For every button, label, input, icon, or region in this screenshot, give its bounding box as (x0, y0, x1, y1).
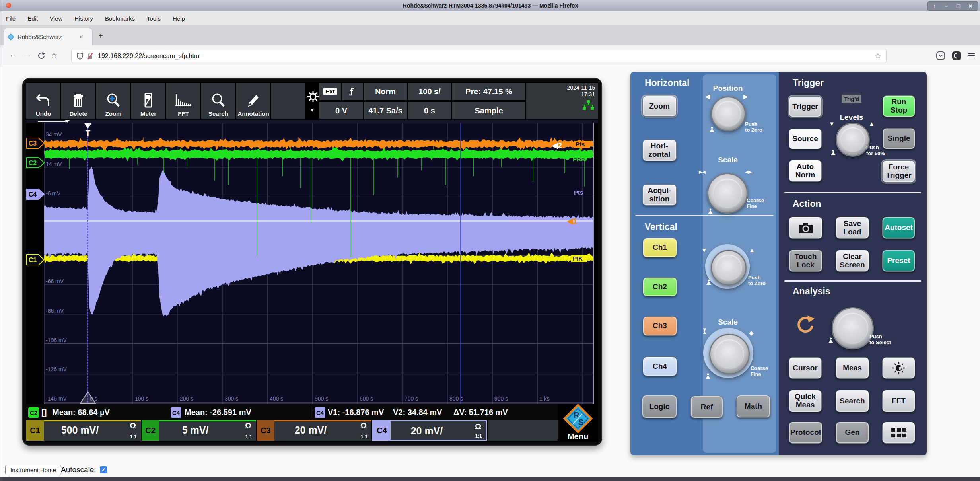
push-select-label: Push to Select (869, 334, 891, 346)
account-container-icon[interactable] (952, 51, 961, 60)
gear-icon[interactable] (307, 91, 319, 103)
measurement-divider (309, 405, 309, 419)
forward-icon[interactable]: → (23, 50, 31, 59)
datetime-cell: 2024-11-15 17:31 (526, 83, 598, 119)
channel-marker-c3[interactable]: C3 (26, 138, 45, 149)
acquisition-mode-cell[interactable]: Sample (452, 102, 525, 119)
ref-button[interactable]: Ref (690, 396, 723, 418)
rs-menu-button[interactable]: R S Menu (558, 404, 598, 442)
scope-undo-button[interactable]: Undo (26, 83, 60, 119)
horizontal-position-cell[interactable]: 0 s (408, 102, 451, 119)
c1-scale: 500 mV/ (50, 425, 110, 436)
protocol-button[interactable]: Protocol (789, 422, 822, 444)
reload-icon[interactable] (37, 51, 46, 60)
autoset-button[interactable]: Autoset (882, 217, 915, 239)
insecure-lock-icon[interactable] (87, 52, 94, 60)
tab-close-icon[interactable]: × (80, 33, 83, 40)
url-bar[interactable]: 192.168.229.22/screencam_sfp.htm ☆ (71, 49, 887, 63)
h-scale-knob[interactable] (707, 173, 748, 214)
auto-norm-button[interactable]: Auto Norm (789, 160, 822, 182)
minimize-icon[interactable]: – (945, 3, 948, 9)
acquisition-button[interactable]: Acqui- sition (642, 184, 677, 206)
hamburger-menu-icon[interactable] (967, 52, 976, 60)
save-load-button[interactable]: Save Load (836, 217, 869, 239)
menu-view[interactable]: View (50, 15, 62, 22)
source-button[interactable]: Source (789, 129, 822, 149)
h-position-knob[interactable] (711, 96, 746, 131)
intensity-button[interactable] (882, 357, 915, 379)
chevron-down-icon[interactable]: ▼ (309, 107, 315, 113)
horizontal-button[interactable]: Hori- zontal (642, 140, 677, 161)
tab-bar: Rohde&Schwarz × + (0, 25, 980, 45)
force-trigger-button[interactable]: Force Trigger (882, 160, 915, 183)
home-icon[interactable]: ⌂ (51, 50, 56, 60)
timebase-cell[interactable]: 100 s/ (408, 83, 451, 100)
v-scale-knob[interactable] (709, 334, 750, 374)
trigger-mode-cell[interactable]: Norm (364, 83, 407, 100)
analysis-section-title: Analysis (793, 286, 830, 297)
autoscale-checkbox[interactable]: ✓ (100, 466, 107, 473)
url-text[interactable]: 192.168.229.22/screencam_sfp.htm (98, 53, 875, 60)
scope-annotation-button[interactable]: Annotation (236, 83, 270, 119)
trigger-button[interactable]: Trigger (789, 96, 822, 117)
search-button[interactable]: Search (836, 390, 869, 412)
screenshot-button[interactable] (789, 217, 822, 239)
gen-button[interactable]: Gen (836, 422, 869, 444)
single-button[interactable]: Single (883, 128, 915, 149)
svg-text:C3: C3 (29, 140, 37, 147)
scope-search-button[interactable]: Search (201, 83, 235, 119)
menu-history[interactable]: History (74, 15, 93, 22)
menu-tools[interactable]: Tools (147, 15, 161, 22)
pretrigger-cell[interactable]: Pre: 47.15 % (452, 83, 525, 100)
svg-text:-66 mV: -66 mV (46, 278, 64, 284)
trigger-level-cell[interactable]: 0 V (319, 102, 363, 119)
levels-knob[interactable] (836, 123, 870, 157)
channel-c1-settings[interactable]: C1 500 mV/ Ω 1:1 (26, 420, 141, 441)
ch1-button[interactable]: Ch1 (643, 238, 677, 257)
channel-marker-c4[interactable]: C4 (26, 189, 45, 200)
clear-screen-button[interactable]: Clear Screen (836, 250, 869, 272)
keep-above-icon[interactable]: ↑ (933, 3, 936, 9)
back-icon[interactable]: ← (9, 50, 17, 59)
scope-delete-button[interactable]: Delete (61, 83, 95, 119)
quick-meas-button[interactable]: Quick Meas (789, 390, 822, 412)
menu-help[interactable]: Help (173, 15, 185, 22)
new-tab-button[interactable]: + (98, 31, 103, 41)
channel-c3-settings[interactable]: C3 20 mV/ Ω 1:1 (257, 420, 371, 441)
ch2-button[interactable]: Ch2 (643, 277, 677, 296)
menu-edit[interactable]: Edit (27, 15, 38, 22)
channel-marker-c2[interactable]: C2 (26, 157, 45, 168)
v-position-knob[interactable] (711, 250, 747, 286)
scope-meter-button[interactable]: Meter (131, 83, 165, 119)
trigger-source-cell[interactable]: Ext (319, 83, 341, 100)
navigation-knob[interactable] (832, 307, 874, 349)
channel-c2-settings[interactable]: C2 5 mV/ Ω 1:1 (142, 420, 256, 441)
maximize-icon[interactable]: □ (957, 3, 960, 9)
zoom-button[interactable]: Zoom (642, 96, 677, 117)
pocket-icon[interactable] (936, 51, 945, 60)
run-stop-button[interactable]: Run Stop (883, 95, 915, 117)
math-button[interactable]: Math (736, 395, 770, 418)
apps-button[interactable] (882, 422, 915, 444)
touch-lock-button[interactable]: Touch Lock (789, 250, 822, 272)
ch3-button[interactable]: Ch3 (643, 316, 677, 336)
tab-rohde-schwarz[interactable]: Rohde&Schwarz × (4, 28, 93, 45)
channel-c4-settings[interactable]: C4 20 mV/ Ω 1:1 (372, 420, 487, 441)
scope-fft-button[interactable]: FFT (166, 83, 200, 119)
menu-file[interactable]: File (6, 15, 16, 22)
cursor-button[interactable]: Cursor (789, 357, 822, 379)
close-icon[interactable]: × (969, 3, 972, 9)
scope-zoom-button[interactable]: Zoom (96, 83, 130, 119)
fft-button[interactable]: FFT (882, 390, 915, 412)
ch4-button[interactable]: Ch4 (643, 357, 677, 376)
meas-button[interactable]: Meas (836, 357, 869, 379)
menu-bookmarks[interactable]: Bookmarks (105, 15, 135, 22)
trigger-slope-cell[interactable] (342, 83, 363, 100)
navigation-rotate-icon[interactable] (795, 315, 815, 335)
instrument-home-button[interactable]: Instrument Home (5, 465, 61, 475)
bookmark-star-icon[interactable]: ☆ (875, 51, 881, 60)
preset-button[interactable]: Preset (882, 250, 915, 272)
shield-icon[interactable] (76, 52, 84, 60)
channel-marker-c1[interactable]: C1 (26, 254, 45, 265)
logic-button[interactable]: Logic (642, 395, 677, 418)
